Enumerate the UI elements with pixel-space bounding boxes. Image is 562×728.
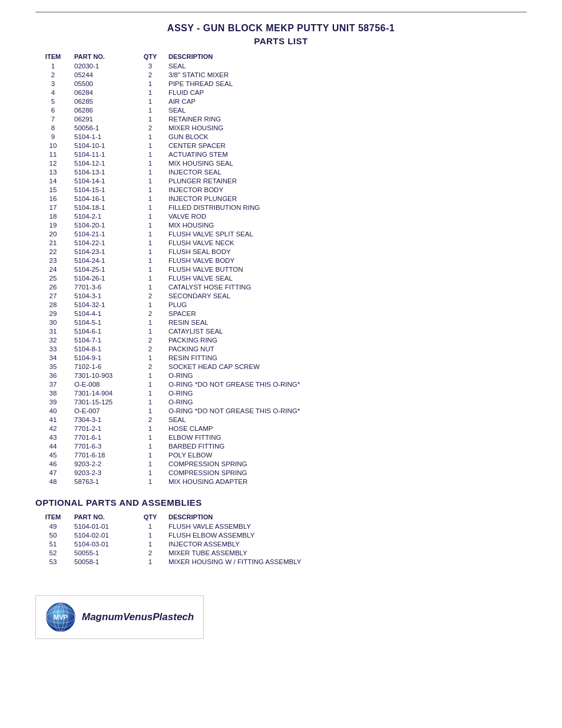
desc-cell: FLUSH ELBOW ASSEMBLY [165,531,527,539]
desc-cell: RESIN FITTING [165,353,527,362]
part-no-cell: 7701-6-18 [71,450,135,459]
desc-cell: O-RING *DO NOT GREASE THIS O-RING* [165,380,527,388]
item-cell: 38 [35,388,71,397]
part-no-cell: 5104-6-1 [71,327,135,335]
qty-cell: 2 [135,335,165,344]
qty-cell: 2 [135,344,165,353]
table-row: 37 O-E-008 1 O-RING *DO NOT GREASE THIS … [35,380,527,388]
part-no-cell: 5104-24-1 [71,256,135,265]
item-cell: 30 [35,318,71,327]
item-cell: 24 [35,265,71,274]
part-no-cell: 5104-32-1 [71,300,135,309]
desc-cell: SPACER [165,309,527,318]
table-row: 25 5104-26-1 1 FLUSH VALVE SEAL [35,274,527,282]
desc-cell: SEAL [165,415,527,424]
qty-cell: 1 [135,318,165,327]
desc-cell: CATALYST HOSE FITTING [165,282,527,291]
qty-cell: 1 [135,442,165,450]
desc-cell: SECONDARY SEAL [165,291,527,300]
part-no-cell: 05244 [71,70,135,79]
qty-cell: 1 [135,388,165,397]
item-cell: 45 [35,450,71,459]
opt-col-header-item: ITEM [35,512,71,522]
part-no-cell: 5104-11-1 [71,150,135,159]
desc-cell: ELBOW FITTING [165,433,527,442]
qty-cell: 2 [135,415,165,424]
table-row: 26 7701-3-6 1 CATALYST HOSE FITTING [35,282,527,291]
desc-cell: FLUSH VALVE BODY [165,256,527,265]
item-cell: 29 [35,309,71,318]
desc-cell: MIX HOUSING [165,220,527,229]
table-row: 2 05244 2 3/8" STATIC MIXER [35,70,527,79]
top-divider [35,12,527,12]
table-row: 45 7701-6-18 1 POLY ELBOW [35,450,527,459]
desc-cell: RETAINER RING [165,114,527,123]
part-no-cell: 5104-20-1 [71,220,135,229]
item-cell: 11 [35,150,71,159]
desc-cell: FLUID CAP [165,88,527,97]
desc-cell: O-RING [165,397,527,406]
item-cell: 20 [35,229,71,238]
table-row: 39 7301-15-125 1 O-RING [35,397,527,406]
table-row: 40 O-E-007 1 O-RING *DO NOT GREASE THIS … [35,406,527,415]
item-cell: 27 [35,291,71,300]
part-no-cell: 5104-02-01 [71,531,135,539]
table-row: 13 5104-13-1 1 INJECTOR SEAL [35,167,527,176]
qty-cell: 1 [135,256,165,265]
part-no-cell: 5104-3-1 [71,291,135,300]
table-row: 32 5104-7-1 2 PACKING RING [35,335,527,344]
table-row: 49 5104-01-01 1 FLUSH VAVLE ASSEMBLY [35,522,527,531]
parts-table: ITEM PART NO. QTY DESCRIPTION 1 02030-1 … [35,52,527,486]
qty-cell: 1 [135,468,165,477]
table-row: 5 06285 1 AIR CAP [35,97,527,106]
table-row: 41 7304-3-1 2 SEAL [35,415,527,424]
qty-cell: 1 [135,194,165,203]
desc-cell: INJECTOR ASSEMBLY [165,539,527,548]
item-cell: 6 [35,106,71,114]
qty-cell: 1 [135,114,165,123]
table-row: 18 5104-2-1 1 VALVE ROD [35,212,527,220]
optional-title: OPTIONAL PARTS AND ASSEMBLIES [35,498,527,508]
table-row: 29 5104-4-1 2 SPACER [35,309,527,318]
item-cell: 3 [35,79,71,88]
desc-cell: MIX HOUSING SEAL [165,159,527,167]
desc-cell: FLUSH VALVE NECK [165,238,527,247]
item-cell: 12 [35,159,71,167]
item-cell: 19 [35,220,71,229]
item-cell: 52 [35,548,71,557]
table-row: 7 06291 1 RETAINER RING [35,114,527,123]
part-no-cell: 7701-6-3 [71,442,135,450]
qty-cell: 2 [135,70,165,79]
parts-list-title: PARTS LIST [35,36,527,46]
table-row: 51 5104-03-01 1 INJECTOR ASSEMBLY [35,539,527,548]
part-no-cell: 5104-7-1 [71,335,135,344]
qty-cell: 1 [135,212,165,220]
part-no-cell: 06291 [71,114,135,123]
part-no-cell: 5104-16-1 [71,194,135,203]
desc-cell: PLUG [165,300,527,309]
item-cell: 1 [35,61,71,70]
table-row: 28 5104-32-1 1 PLUG [35,300,527,309]
company-name: MagnumVenusPlastech [82,611,194,623]
qty-cell: 1 [135,380,165,388]
qty-cell: 1 [135,106,165,114]
qty-cell: 2 [135,309,165,318]
qty-cell: 1 [135,522,165,531]
qty-cell: 1 [135,539,165,548]
part-no-cell: 5104-2-1 [71,212,135,220]
col-header-qty: QTY [135,52,165,61]
table-row: 20 5104-21-1 1 FLUSH VALVE SPLIT SEAL [35,229,527,238]
qty-cell: 1 [135,238,165,247]
table-row: 14 5104-14-1 1 PLUNGER RETAINER [35,176,527,185]
item-cell: 14 [35,176,71,185]
desc-cell: CATAYLIST SEAL [165,327,527,335]
item-cell: 4 [35,88,71,97]
desc-cell: INJECTOR BODY [165,185,527,194]
part-no-cell: 5104-25-1 [71,265,135,274]
qty-cell: 1 [135,557,165,566]
table-row: 34 5104-9-1 1 RESIN FITTING [35,353,527,362]
item-cell: 35 [35,362,71,371]
qty-cell: 2 [135,362,165,371]
qty-cell: 1 [135,477,165,486]
desc-cell: PACKING RING [165,335,527,344]
